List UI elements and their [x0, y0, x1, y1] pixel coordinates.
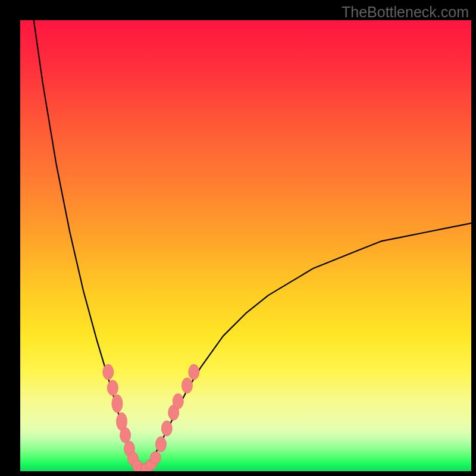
data-dot — [173, 394, 183, 409]
watermark-text: TheBottleneck.com — [342, 4, 469, 21]
data-dot — [161, 421, 172, 436]
data-dot — [155, 437, 166, 452]
bottleneck-curve — [34, 20, 471, 471]
data-dot — [120, 427, 131, 443]
data-dot — [107, 380, 118, 396]
plot-area — [20, 20, 471, 471]
data-dot — [181, 378, 192, 393]
data-dot — [103, 364, 114, 380]
chart-frame: TheBottleneck.com — [0, 0, 476, 476]
chart-svg — [20, 20, 471, 471]
data-dot — [150, 452, 161, 464]
data-dot — [112, 394, 123, 412]
data-dot — [189, 364, 199, 380]
data-dots — [103, 364, 199, 471]
